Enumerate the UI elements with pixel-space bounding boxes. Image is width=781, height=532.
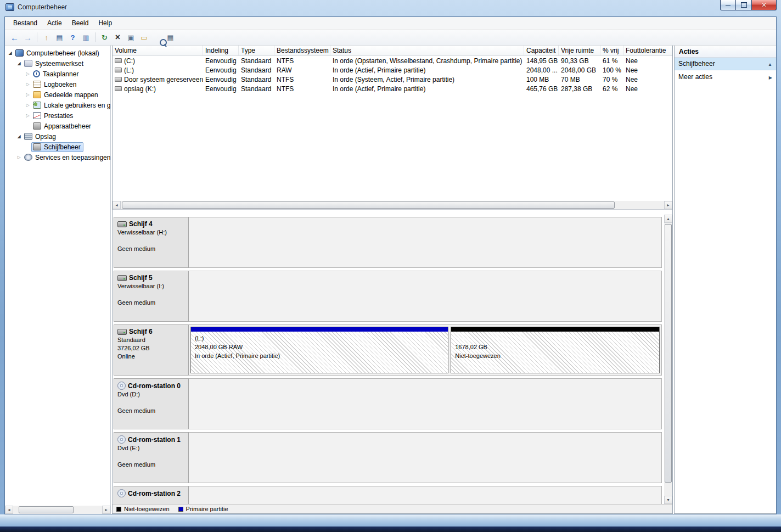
column-vrije-ruimte[interactable]: Vrije ruimte [559,46,600,55]
back-icon[interactable] [8,31,21,44]
scroll-left-icon[interactable]: ◄ [113,201,121,209]
expander-closed-icon[interactable] [24,92,31,97]
tree-item-opslag[interactable]: Opslag [5,131,110,142]
partition-l[interactable]: (L:) 2048,00 GB RAW In orde (Actief, Pri… [190,327,448,373]
menu-actie[interactable]: Actie [42,18,67,29]
properties-icon[interactable] [125,31,137,44]
show-hide-action-pane-icon[interactable] [80,31,92,44]
forward-icon[interactable] [21,31,34,44]
up-one-level-icon[interactable] [40,31,53,44]
close-button[interactable] [752,0,777,10]
tree-item-services-toepassingen[interactable]: Services en toepassingen [5,152,110,163]
disk-row-schijf-4: Schijf 4 Verwisselbaar (H:) Geen medium [114,217,662,268]
scrollbar-thumb[interactable] [122,201,615,209]
scroll-left-icon[interactable]: ◄ [5,506,13,514]
disk-size-line [117,452,186,461]
disk-area-cdrom-0[interactable] [189,378,662,429]
legend-bar: Niet-toegewezen Primaire partitie [113,504,672,513]
volume-list-horizontal-scrollbar[interactable]: ◄ ► [113,201,672,209]
minimize-button[interactable] [720,0,736,10]
disk-area-cdrom-1[interactable] [189,432,662,483]
actions-section-schijfbeheer[interactable]: Schijfbeheer [675,58,776,70]
cell-indeling: Eenvoudig [203,85,239,93]
disk-area-cdrom-2[interactable] [189,486,662,504]
scroll-up-icon[interactable]: ▲ [664,215,672,223]
tree-item-schijfbeheer[interactable]: Schijfbeheer [5,142,110,152]
toolbar-separator [37,32,37,42]
tree-item-prestaties[interactable]: Prestaties [5,110,110,121]
selected-tree-item[interactable]: Schijfbeheer [31,142,83,152]
menu-help[interactable]: Help [93,18,117,29]
tree-item-computerbeheer-lokaal[interactable]: Computerbeheer (lokaal) [5,48,110,58]
column-bestandssysteem[interactable]: Bestandssysteem [274,46,330,55]
scrollbar-thumb[interactable] [665,224,672,483]
refresh-icon[interactable] [98,31,111,44]
actions-meer-acties[interactable]: Meer acties [675,70,776,83]
disk-label-cdrom-2[interactable]: Cd-rom-station 2 [114,486,189,504]
find-icon[interactable] [151,31,164,44]
expander-closed-icon[interactable] [15,155,23,160]
expander-open-icon[interactable] [15,134,23,139]
partition-status: In orde (Actief, Primaire partitie) [195,351,447,360]
expander-open-icon[interactable] [15,61,23,66]
scroll-right-icon[interactable]: ► [664,201,672,209]
cell-capaciteit: 2048,00 ... [524,66,559,74]
volume-row-c[interactable]: (C:) Eenvoudig Standaard NTFS In orde (O… [113,56,672,65]
tree-item-lokale-gebruikers[interactable]: Lokale gebruikers en gr [5,100,110,110]
tree-item-logboeken[interactable]: Logboeken [5,79,110,89]
volume-name: opslag (K:) [124,85,156,93]
show-hide-console-tree-icon[interactable] [53,31,66,44]
cell-type: Standaard [239,76,274,83]
tree-horizontal-scrollbar[interactable]: ◄ ► [5,506,110,514]
expander-closed-icon[interactable] [24,82,31,87]
shared-folders-icon [33,91,41,98]
scroll-right-icon[interactable]: ► [102,506,110,514]
tree-item-systeemwerkset[interactable]: Systeemwerkset [5,58,110,69]
partition-unallocated[interactable]: 1678,02 GB Niet-toegewezen [451,327,660,373]
collapse-section-icon[interactable] [768,60,772,68]
volume-row-opslag-k[interactable]: opslag (K:) Eenvoudig Standaard NTFS In … [113,84,672,93]
cell-vrije-ruimte: 70 MB [559,76,600,83]
column-status[interactable]: Status [330,46,524,55]
column-pct-vrij[interactable]: % vrij [600,46,623,55]
tree-item-apparaatbeheer[interactable]: Apparaatbeheer [5,121,110,131]
horizontal-splitter[interactable] [113,210,672,215]
disk-area-schijf-4[interactable] [189,217,662,268]
expander-closed-icon[interactable] [24,103,31,108]
scrollbar-thumb[interactable] [19,506,74,513]
maximize-button[interactable] [736,0,752,10]
expander-open-icon[interactable] [7,51,14,55]
column-volume[interactable]: Volume [113,46,203,55]
column-indeling[interactable]: Indeling [203,46,239,55]
cell-indeling: Eenvoudig [203,66,239,74]
disk-area-schijf-5[interactable] [189,271,662,322]
removable-disk-icon [117,275,127,281]
disk-label-schijf-5[interactable]: Schijf 5 Verwisselbaar (I:) Geen medium [114,271,189,322]
title-bar[interactable]: Computerbeheer [0,0,781,16]
tree-item-taakplanner[interactable]: Taakplanner [5,69,110,79]
disk-row-cdrom-1: Cd-rom-station 1 Dvd (E:) Geen medium [114,432,662,483]
volume-row-systeem-gereserveerd[interactable]: Door systeem gereserveerd Eenvoudig Stan… [113,75,672,84]
expander-closed-icon[interactable] [24,71,31,76]
tree-item-gedeelde-mappen[interactable]: Gedeelde mappen [5,89,110,100]
column-fouttolerantie[interactable]: Fouttolerantie [623,46,672,55]
column-capaciteit[interactable]: Capaciteit [524,46,559,55]
disk-type-line: Dvd (D:) [117,390,186,399]
disk-view-vertical-scrollbar[interactable]: ▲ ▼ [664,215,672,504]
help-icon[interactable] [66,31,79,44]
menu-beeld[interactable]: Beeld [67,18,94,29]
disk-label-schijf-6[interactable]: Schijf 6 Standaard 3726,02 GB Online [114,324,189,376]
column-type[interactable]: Type [239,46,274,55]
disk-label-cdrom-0[interactable]: Cd-rom-station 0 Dvd (D:) Geen medium [114,378,189,429]
menu-bestand[interactable]: Bestand [8,18,42,29]
cell-status: In orde (Opstarten, Wisselbestand, Crash… [330,57,524,65]
expander-closed-icon[interactable] [24,113,31,118]
delete-icon[interactable] [111,31,124,44]
disk-label-schijf-4[interactable]: Schijf 4 Verwisselbaar (H:) Geen medium [114,217,189,268]
open-icon[interactable] [138,31,150,44]
disk-label-cdrom-1[interactable]: Cd-rom-station 1 Dvd (E:) Geen medium [114,432,189,483]
scroll-down-icon[interactable]: ▼ [664,496,672,504]
volume-row-l[interactable]: (L:) Eenvoudig Standaard RAW In orde (Ac… [113,65,672,75]
disk-type-line: Dvd (E:) [117,444,186,452]
window-title: Computerbeheer [18,3,67,11]
